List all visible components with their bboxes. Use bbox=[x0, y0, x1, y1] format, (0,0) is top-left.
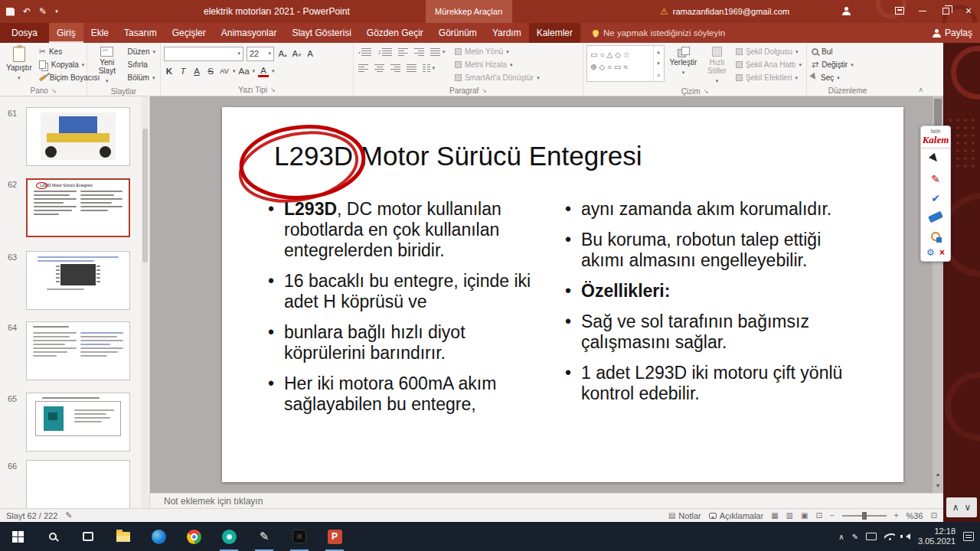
pointer-tool-button[interactable] bbox=[921, 150, 950, 169]
character-spacing-button[interactable]: AV bbox=[219, 67, 230, 75]
shapes-gallery-scroll[interactable]: ▴▾≡ bbox=[653, 46, 664, 81]
change-case-button[interactable]: Aa bbox=[239, 67, 250, 76]
zoom-slider-thumb[interactable] bbox=[862, 512, 867, 520]
zoom-level[interactable]: %36 bbox=[906, 511, 923, 520]
reading-view-button[interactable]: ▣ bbox=[801, 511, 808, 520]
tray-pen-icon[interactable]: ✎ bbox=[852, 533, 858, 541]
zoom-out-button[interactable]: − bbox=[830, 511, 835, 520]
pen-tool-button[interactable]: ✎ bbox=[921, 169, 950, 188]
check-pen-tool-button[interactable]: ✔ bbox=[921, 188, 950, 207]
numbering-button[interactable]: 1 bbox=[376, 46, 394, 58]
recorder-app-button[interactable] bbox=[211, 522, 247, 551]
new-slide-button[interactable]: Yeni Slayt ▾ bbox=[90, 45, 124, 86]
collapse-ribbon-icon[interactable]: ∧ bbox=[918, 86, 923, 93]
close-ink-toolbar-button[interactable]: × bbox=[939, 247, 945, 258]
taskbar-clock[interactable]: 12:18 3.05.2021 bbox=[918, 527, 956, 546]
zoom-in-button[interactable]: + bbox=[894, 511, 899, 520]
bold-button[interactable]: K bbox=[164, 67, 175, 76]
zoom-slider[interactable] bbox=[842, 515, 887, 517]
eraser-tool-button[interactable] bbox=[921, 207, 950, 227]
slide-thumbnail-65[interactable] bbox=[26, 393, 130, 452]
line-spacing-button[interactable]: ▾ bbox=[429, 46, 446, 58]
align-text-button[interactable]: Metni Hizala▾ bbox=[453, 58, 541, 71]
tab-giris[interactable]: Giriş bbox=[49, 23, 83, 43]
scroll-down-arrow[interactable]: ▼ bbox=[933, 480, 943, 491]
slide-title[interactable]: L293D Motor Sürücü Entegresi bbox=[274, 141, 642, 171]
tab-tasarim[interactable]: Tasarım bbox=[116, 23, 165, 43]
underline-button[interactable]: A bbox=[191, 67, 202, 76]
minimize-button[interactable] bbox=[911, 0, 934, 21]
touch-keyboard-icon[interactable] bbox=[866, 533, 877, 540]
shapes-gallery[interactable]: ▭○△◇☆⊕◇○▭≈ ▴▾≡ bbox=[586, 45, 665, 82]
paragraph-dialog-launcher-icon[interactable]: ↘ bbox=[482, 87, 487, 94]
chrome-browser-button[interactable] bbox=[176, 522, 211, 551]
tab-animasyonlar[interactable]: Animasyonlar bbox=[214, 23, 285, 43]
tab-yardim[interactable]: Yardım bbox=[485, 23, 529, 43]
replace-button[interactable]: ⇄Değiştir▾ bbox=[810, 58, 855, 71]
clear-formatting-button[interactable]: A bbox=[305, 49, 315, 58]
slide-canvas[interactable]: L293D Motor Sürücü Entegresi L293D, DC m… bbox=[222, 107, 903, 482]
font-name-select[interactable]: ▾ bbox=[164, 47, 243, 61]
section-button[interactable]: Bölüm▾ bbox=[126, 71, 157, 84]
select-button[interactable]: Seç▾ bbox=[810, 71, 855, 84]
tab-ekle[interactable]: Ekle bbox=[83, 23, 116, 43]
arrange-button[interactable]: Yerleştir▾ bbox=[667, 45, 701, 78]
settings-button[interactable]: ⚙ bbox=[926, 247, 935, 258]
align-center-button[interactable] bbox=[373, 62, 386, 74]
tray-expand-icon[interactable]: ∧ bbox=[838, 533, 844, 541]
justify-button[interactable] bbox=[405, 62, 418, 74]
undo-icon[interactable]: ↶ bbox=[23, 7, 31, 16]
drawing-dialog-launcher-icon[interactable]: ↘ bbox=[704, 88, 709, 95]
file-explorer-button[interactable] bbox=[106, 522, 141, 551]
slide-thumbnail-66[interactable] bbox=[26, 460, 130, 508]
grow-font-button[interactable]: A▴ bbox=[277, 49, 288, 58]
shape-effects-button[interactable]: Şekil Efektleri▾ bbox=[734, 71, 803, 84]
find-button[interactable]: Bul bbox=[810, 45, 855, 58]
powerpoint-taskbar-button[interactable] bbox=[317, 522, 352, 551]
tab-gecisler[interactable]: Geçişler bbox=[165, 23, 214, 43]
notes-toggle-button[interactable]: ▤Notlar bbox=[668, 511, 701, 520]
tab-slayt-gosterisi[interactable]: Slayt Gösterisi bbox=[284, 23, 358, 43]
slide-sorter-view-button[interactable]: ▥ bbox=[786, 511, 793, 520]
previous-slide-button[interactable]: ∧ bbox=[952, 502, 959, 513]
bullets-button[interactable]: • bbox=[357, 46, 373, 58]
user-avatar-icon[interactable] bbox=[842, 7, 851, 15]
font-color-button[interactable]: A bbox=[258, 66, 269, 77]
ink-pen-icon[interactable]: ✎ bbox=[39, 7, 47, 16]
increase-indent-button[interactable] bbox=[413, 46, 426, 58]
taskbar-search-button[interactable] bbox=[35, 522, 70, 551]
ink-status-icon[interactable]: ✎ bbox=[65, 511, 72, 520]
tell-me-search[interactable]: Ne yapmak istediğinizi söyleyin bbox=[593, 23, 725, 43]
paste-button[interactable]: Yapıştır ▾ bbox=[3, 45, 35, 83]
font-size-select[interactable]: 22▾ bbox=[247, 47, 274, 61]
qat-customize-icon[interactable]: ▾ bbox=[55, 8, 58, 15]
save-icon[interactable] bbox=[6, 8, 15, 16]
tab-gorunum[interactable]: Görünüm bbox=[431, 23, 485, 43]
task-view-button[interactable] bbox=[70, 522, 106, 551]
slideshow-button[interactable]: ⊡ bbox=[816, 511, 822, 520]
scroll-up-arrow[interactable]: ▲ bbox=[933, 468, 943, 480]
align-right-button[interactable] bbox=[389, 62, 402, 74]
ribbon-display-options-button[interactable] bbox=[888, 0, 911, 21]
shape-outline-button[interactable]: Şekil Ana Hattı▾ bbox=[734, 58, 803, 71]
slide-thumbnail-62-selected[interactable]: L293D Motor Sürücü Entegresi bbox=[26, 178, 130, 237]
tab-gozden-gecir[interactable]: Gözden Geçir bbox=[359, 23, 431, 43]
dark-app-button[interactable] bbox=[282, 522, 317, 551]
convert-smartart-button[interactable]: SmartArt'a Dönüştür▾ bbox=[453, 71, 541, 84]
reset-button[interactable]: Sıfırla bbox=[126, 58, 157, 71]
decrease-indent-button[interactable] bbox=[397, 46, 410, 58]
tab-dosya[interactable]: Dosya bbox=[0, 23, 49, 43]
tab-kalemler[interactable]: Kalemler bbox=[529, 23, 580, 43]
network-icon[interactable] bbox=[884, 533, 895, 540]
next-slide-button[interactable]: ∨ bbox=[965, 502, 972, 513]
scrollbar-thumb[interactable] bbox=[142, 129, 148, 262]
action-center-icon[interactable] bbox=[963, 532, 974, 541]
shrink-font-button[interactable]: A▾ bbox=[291, 49, 302, 58]
account-info[interactable]: ⚠ ramazanfidan1969@gmail.com bbox=[660, 0, 789, 23]
close-button[interactable]: × bbox=[957, 0, 980, 21]
fit-to-window-button[interactable]: ⊡ bbox=[931, 511, 937, 520]
restore-button[interactable] bbox=[934, 0, 957, 21]
slide-thumbnail-61[interactable] bbox=[26, 107, 130, 166]
font-dialog-launcher-icon[interactable]: ↘ bbox=[270, 86, 276, 93]
comments-toggle-button[interactable]: Açıklamalar bbox=[709, 511, 763, 520]
